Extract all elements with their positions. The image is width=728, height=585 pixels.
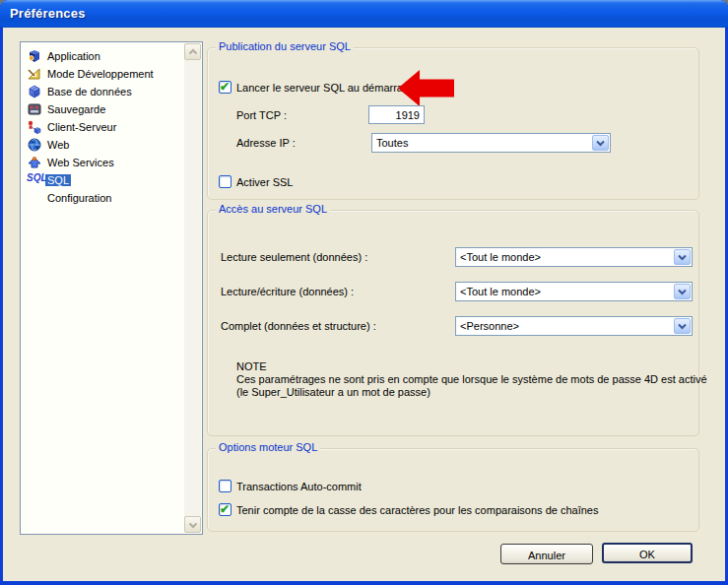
preferences-dialog: Préférences Application Mode Développeme… [0, 0, 728, 585]
sidebar-item-web[interactable]: Web [21, 136, 178, 154]
chevron-down-icon [678, 254, 687, 261]
sidebar-item-sql[interactable]: SQL SQL [21, 171, 178, 189]
chevron-up-icon [188, 48, 198, 56]
activer-ssl-label[interactable]: Activer SSL [236, 176, 293, 188]
chevron-down-icon [596, 140, 605, 147]
activer-ssl-checkbox[interactable] [219, 175, 232, 188]
page-title: Préférences [10, 6, 86, 21]
sidebar-item-mode-developpement[interactable]: Mode Développement [21, 65, 178, 83]
application-cube-icon [27, 48, 42, 64]
group-title: Publication du serveur SQL [216, 40, 354, 52]
sidebar-item-base-de-donnees[interactable]: Base de données [21, 83, 178, 100]
case-sensitive-label[interactable]: Tenir compte de la casse des caractères … [236, 504, 598, 516]
combo-dropdown-button[interactable] [674, 284, 691, 299]
sidebar-item-application[interactable]: Application [21, 47, 178, 65]
complet-label: Complet (données et structure) : [221, 320, 376, 332]
complet-combobox[interactable]: <Personne> [455, 316, 693, 336]
sql-logo-icon: SQL [27, 172, 42, 188]
lecture-ecriture-combobox[interactable]: <Tout le monde> [455, 282, 693, 301]
group-title: Options moteur SQL [216, 441, 320, 453]
transactions-autocommit-label[interactable]: Transactions Auto-commit [236, 481, 362, 492]
globe-icon [27, 137, 42, 153]
scrollbar-track[interactable] [184, 43, 201, 533]
sidebar-item-configuration[interactable]: Configuration [21, 189, 178, 207]
red-arrow-annotation [398, 70, 454, 106]
ok-button[interactable]: OK [602, 543, 693, 563]
combo-dropdown-button[interactable] [592, 135, 609, 151]
sidebar-list: Application Mode Développement Base de d… [20, 41, 203, 535]
launch-sql-checkbox[interactable] [219, 81, 232, 94]
sidebar-item-web-services[interactable]: Web Services [21, 154, 178, 171]
chevron-down-icon [678, 289, 687, 295]
note-title: NOTE [236, 360, 267, 373]
port-tcp-label: Port TCP : [236, 109, 287, 121]
group-title: Accès au serveur SQL [216, 203, 330, 215]
lecture-seulement-combobox[interactable]: <Tout le monde> [455, 247, 693, 267]
launch-sql-label[interactable]: Lancer le serveur SQL au démarrage [236, 82, 415, 94]
set-square-icon [27, 66, 42, 82]
scrollbar-up-button[interactable] [184, 43, 201, 60]
scrollbar-down-button[interactable] [184, 516, 201, 533]
note-line2: (le Super_Utilisateur a un mot de passe) [236, 386, 430, 399]
case-sensitive-checkbox[interactable] [219, 503, 232, 516]
adresse-ip-combobox[interactable]: Toutes [371, 133, 611, 153]
note-line1: Ces paramétrages ne sont pris en compte … [236, 373, 707, 386]
sidebar-item-client-serveur[interactable]: Client-Serveur [21, 118, 178, 136]
combo-dropdown-button[interactable] [674, 249, 691, 265]
web-services-arrow-icon [27, 155, 42, 170]
sidebar-item-sauvegarde[interactable]: Sauvegarde [21, 100, 178, 118]
client-server-icon [27, 119, 42, 135]
port-tcp-input[interactable] [368, 105, 425, 124]
chevron-down-icon [188, 521, 198, 529]
transactions-autocommit-checkbox[interactable] [219, 480, 232, 492]
title-bar[interactable]: Préférences [0, 0, 728, 28]
lecture-seulement-label: Lecture seulement (données) : [221, 251, 367, 263]
adresse-ip-label: Adresse IP : [236, 137, 296, 149]
combo-dropdown-button[interactable] [674, 318, 691, 334]
database-cube-icon [27, 84, 42, 99]
lecture-ecriture-label: Lecture/écriture (données) : [221, 286, 354, 297]
chevron-down-icon [678, 323, 687, 330]
cancel-button[interactable]: Annuler [500, 544, 593, 564]
backup-safe-icon [27, 101, 42, 117]
